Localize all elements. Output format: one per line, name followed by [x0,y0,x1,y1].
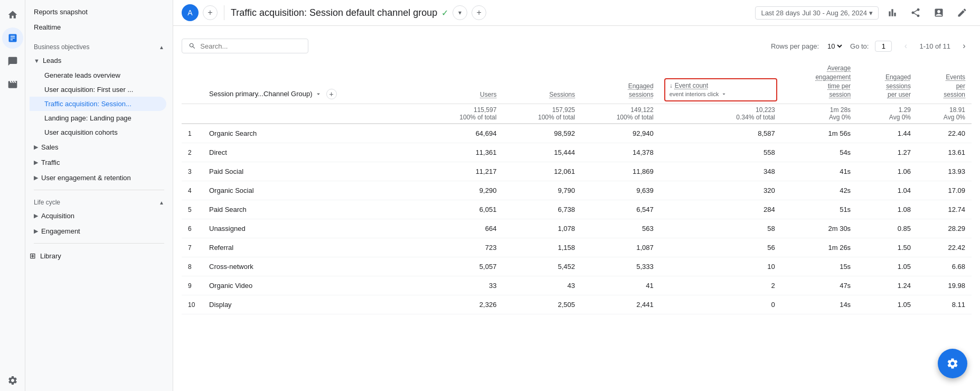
row-events-per-session-9: 19.98 [917,276,972,295]
totals-row: 115,597 100% of total 157,925 100% of to… [182,104,972,124]
row-event-count-2: 558 [660,143,781,162]
sidebar-landing-page[interactable]: Landing page: Landing page [30,111,166,125]
search-icon [189,42,196,50]
home-nav-icon[interactable] [2,4,23,25]
sidebar-user-acquisition-cohorts[interactable]: User acquisition cohorts [30,125,166,139]
pagination-text: 1-10 of 11 [919,42,950,50]
date-range-picker[interactable]: Last 28 days Jul 30 - Aug 26, 2024 ▾ [755,6,879,20]
add-chart-button[interactable]: + [472,5,486,20]
row-event-count-8: 10 [660,257,781,276]
row-channel-6[interactable]: Unassigned [203,219,425,238]
total-avg-engagement: 1m 28s Avg 0% [781,104,857,124]
sidebar-user-acquisition-first[interactable]: User acquisition: First user ... [30,82,166,97]
sidebar-traffic[interactable]: ▶ Traffic [30,155,166,170]
sidebar-realtime[interactable]: Realtime [25,20,171,35]
prev-page-button[interactable]: ‹ [898,39,913,53]
add-comparison-button[interactable]: + [203,5,218,20]
table-row: 7 Referral 723 1,158 1,087 56 1m 26s 1.5… [182,238,972,257]
sidebar-reports-snapshot[interactable]: Reports snapshot [25,4,171,20]
leads-expand-icon: ▼ [34,58,40,64]
sidebar-traffic-acquisition[interactable]: Traffic acquisition: Session... [30,97,166,111]
row-eng-per-user-3: 1.06 [857,162,917,181]
settings-nav-icon[interactable] [2,370,23,391]
topbar-divider [224,5,224,20]
row-sessions-9: 43 [503,276,581,295]
table-row: 6 Unassigned 664 1,078 563 58 2m 30s 0.8… [182,219,972,238]
row-engaged-3: 11,869 [581,162,660,181]
rows-per-page-select[interactable]: 10 25 50 [825,42,844,51]
life-cycle-header[interactable]: Life cycle ▲ [30,194,168,208]
share-button[interactable] [906,3,925,22]
row-avg-eng-3: 41s [781,162,857,181]
th-sessions[interactable]: Sessions [503,60,581,104]
row-channel-2[interactable]: Direct [203,143,425,162]
chart-type-button[interactable] [883,3,902,22]
go-to-label: Go to: [850,42,869,50]
row-users-4: 9,290 [425,181,503,200]
row-eng-per-user-9: 1.24 [857,276,917,295]
row-events-per-session-6: 28.29 [917,219,972,238]
row-channel-5[interactable]: Paid Search [203,200,425,219]
row-sessions-6: 1,078 [503,219,581,238]
th-dimension[interactable]: Session primary...Channel Group) + [203,60,425,104]
row-eng-per-user-6: 0.85 [857,219,917,238]
row-sessions-2: 15,444 [503,143,581,162]
row-channel-7[interactable]: Referral [203,238,425,257]
th-event-count[interactable]: ↓ Event count event interiors click [660,60,781,104]
row-channel-3[interactable]: Paid Social [203,162,425,181]
sidebar-sales[interactable]: ▶ Sales [30,139,166,155]
row-num-1: 1 [182,124,203,143]
row-users-2: 11,361 [425,143,503,162]
customize-fab[interactable] [938,349,967,378]
go-to-input[interactable] [875,41,892,52]
row-channel-1[interactable]: Organic Search [203,124,425,143]
search-input[interactable] [200,42,301,50]
row-sessions-3: 12,061 [503,162,581,181]
search-box[interactable] [182,39,308,53]
explore-nav-icon[interactable] [2,51,23,72]
user-avatar[interactable]: A [182,4,199,21]
sidebar-divider [34,190,164,190]
row-channel-4[interactable]: Organic Social [203,181,425,200]
engaged-per-user-header-label: Engagedsessionsper user [885,73,911,99]
row-num-9: 9 [182,276,203,295]
row-engaged-4: 9,639 [581,181,660,200]
row-eng-per-user-1: 1.44 [857,124,917,143]
row-eng-per-user-2: 1.27 [857,143,917,162]
row-engaged-1: 92,940 [581,124,660,143]
total-num [182,104,203,124]
add-dimension-button[interactable]: + [326,89,337,99]
sidebar-generate-leads[interactable]: Generate leads overview [30,68,166,82]
th-avg-engagement[interactable]: Averageengagementtime persession [781,60,857,104]
row-channel-10[interactable]: Display [203,295,425,314]
edit-button[interactable] [953,3,972,22]
event-count-dropdown-icon [721,91,727,97]
sidebar-acquisition[interactable]: ▶ Acquisition [30,208,166,224]
event-count-sub-label: event interiors click [670,90,719,98]
row-avg-eng-2: 54s [781,143,857,162]
row-engaged-8: 5,333 [581,257,660,276]
sidebar-library[interactable]: ⊞ Library [25,248,171,264]
table-row: 1 Organic Search 64,694 98,592 92,940 8,… [182,124,972,143]
th-engaged-sessions[interactable]: Engagedsessions [581,60,660,104]
business-objectives-header[interactable]: Business objectives ▲ [30,39,168,53]
life-cycle-section: Life cycle ▲ ▶ Acquisition ▶ Engagement [25,194,173,239]
sidebar-leads[interactable]: ▼ Leads [30,53,166,68]
insights-button[interactable] [929,3,948,22]
row-channel-9[interactable]: Organic Video [203,276,425,295]
sidebar-user-engagement[interactable]: ▶ User engagement & retention [30,170,166,185]
advertising-nav-icon[interactable] [2,74,23,95]
th-events-per-session[interactable]: Eventspersession [917,60,972,104]
th-users[interactable]: Users [425,60,503,104]
next-page-button[interactable]: › [957,39,972,53]
sidebar-engagement[interactable]: ▶ Engagement [30,224,166,239]
reports-nav-icon[interactable] [2,27,23,49]
th-num [182,60,203,104]
engaged-sessions-header-label: Engagedsessions [628,82,654,99]
th-engaged-per-user[interactable]: Engagedsessionsper user [857,60,917,104]
row-eng-per-user-5: 1.08 [857,200,917,219]
row-engaged-5: 6,547 [581,200,660,219]
row-channel-8[interactable]: Cross-network [203,257,425,276]
acquisition-expand-icon: ▶ [34,212,38,219]
dropdown-button[interactable]: ▾ [453,5,467,20]
